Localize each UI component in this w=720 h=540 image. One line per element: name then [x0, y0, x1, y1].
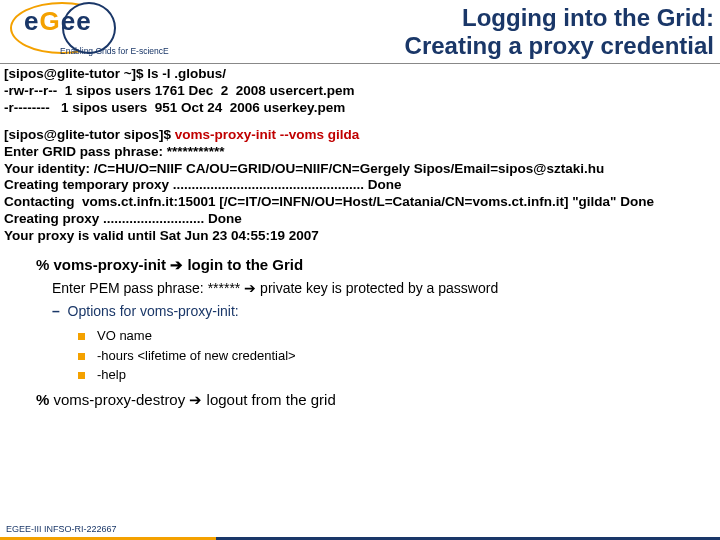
cmd-voms-proxy-destroy: voms-proxy-destroy ➔ logout from the gri…: [54, 391, 336, 408]
cmd-login-line: % voms-proxy-init ➔ login to the Grid: [36, 255, 720, 275]
title-line-1: Logging into the Grid:: [165, 4, 714, 32]
option-vo-name: VO name: [78, 327, 720, 345]
egee-logo: eGee Enabling Grids for E-sciencE: [0, 0, 165, 58]
logo-text: eGee: [24, 6, 92, 37]
slide-header: eGee Enabling Grids for E-sciencE Loggin…: [0, 0, 720, 64]
percent-sign-2: %: [36, 391, 54, 408]
option-help: -help: [78, 366, 720, 384]
title-line-2: Creating a proxy credential: [165, 32, 714, 60]
logo-tagline: Enabling Grids for E-sciencE: [60, 46, 169, 56]
bullet-icon: [78, 333, 85, 340]
prompt: [sipos@glite-tutor sipos]$: [4, 127, 175, 142]
options-label: Options for voms-proxy-init:: [68, 303, 239, 319]
slide-footer: EGEE-III INFSO-RI-222667: [6, 524, 117, 534]
login-text: login to the Grid: [187, 256, 303, 273]
slide-notes: % voms-proxy-init ➔ login to the Grid En…: [0, 253, 720, 410]
title-block: Logging into the Grid: Creating a proxy …: [165, 0, 720, 63]
voms-command: voms-proxy-init --voms gilda: [175, 127, 360, 142]
cmd-voms-proxy-init: voms-proxy-init: [54, 256, 167, 273]
terminal-output-ls: [sipos@glite-tutor ~]$ ls -l .globus/ -r…: [0, 64, 720, 125]
percent-sign: %: [36, 256, 54, 273]
pem-passphrase-note: Enter PEM pass phrase: ****** ➔ private …: [36, 279, 720, 298]
arrow-icon: ➔: [166, 256, 187, 273]
option-hours: -hours <lifetime of new credential>: [78, 347, 720, 365]
bullet-icon: [78, 353, 85, 360]
terminal-output-voms: [sipos@glite-tutor sipos]$ voms-proxy-in…: [0, 125, 720, 253]
options-list: VO name -hours <lifetime of new credenti…: [36, 321, 720, 384]
voms-output-body: Enter GRID pass phrase: *********** Your…: [4, 144, 654, 243]
cmd-logout-line: % voms-proxy-destroy ➔ logout from the g…: [36, 390, 720, 410]
bullet-icon: [78, 372, 85, 379]
options-heading: – Options for voms-proxy-init:: [36, 302, 720, 321]
